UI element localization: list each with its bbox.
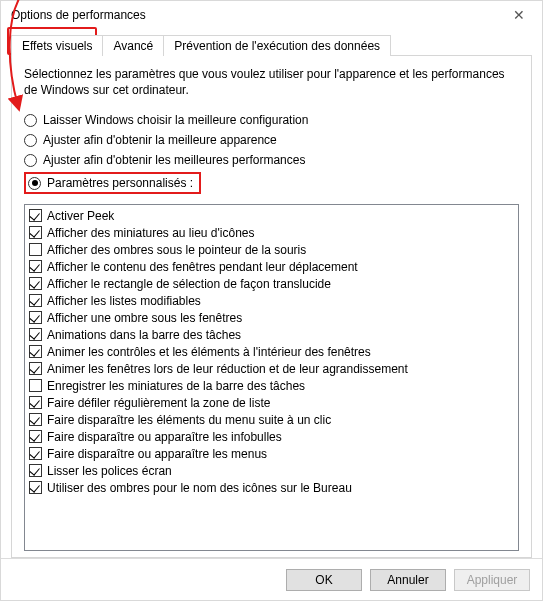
list-item[interactable]: Afficher le contenu des fenêtres pendant…	[29, 258, 514, 275]
checkbox-icon[interactable]	[29, 345, 42, 358]
checkbox-label: Activer Peek	[47, 209, 114, 223]
list-item[interactable]: Animer les fenêtres lors de leur réducti…	[29, 360, 514, 377]
checkbox-icon[interactable]	[29, 430, 42, 443]
checkbox-label: Utiliser des ombres pour le nom des icôn…	[47, 481, 352, 495]
tab-visual-effects[interactable]: Effets visuels	[11, 35, 103, 56]
radio-label: Ajuster afin d'obtenir la meilleure appa…	[43, 133, 277, 147]
list-item[interactable]: Enregistrer les miniatures de la barre d…	[29, 377, 514, 394]
checkbox-label: Afficher le rectangle de sélection de fa…	[47, 277, 331, 291]
radio-icon	[24, 134, 37, 147]
checkbox-icon[interactable]	[29, 413, 42, 426]
list-item[interactable]: Animer les contrôles et les éléments à l…	[29, 343, 514, 360]
close-icon[interactable]: ✕	[504, 7, 534, 23]
checkbox-label: Faire disparaître les éléments du menu s…	[47, 413, 331, 427]
list-item[interactable]: Faire disparaître les éléments du menu s…	[29, 411, 514, 428]
checkbox-label: Afficher les listes modifiables	[47, 294, 201, 308]
tab-label: Avancé	[113, 39, 153, 53]
checkbox-icon[interactable]	[29, 362, 42, 375]
list-item[interactable]: Lisser les polices écran	[29, 462, 514, 479]
radio-icon	[28, 177, 41, 190]
visual-effects-list[interactable]: Activer PeekAfficher des miniatures au l…	[24, 204, 519, 551]
radio-custom[interactable]: Paramètres personnalisés :	[28, 175, 193, 191]
checkbox-label: Afficher le contenu des fenêtres pendant…	[47, 260, 358, 274]
checkbox-label: Afficher une ombre sous les fenêtres	[47, 311, 242, 325]
checkbox-icon[interactable]	[29, 243, 42, 256]
checkbox-icon[interactable]	[29, 260, 42, 273]
list-item[interactable]: Faire disparaître ou apparaître les info…	[29, 428, 514, 445]
checkbox-label: Animer les contrôles et les éléments à l…	[47, 345, 371, 359]
checkbox-label: Faire disparaître ou apparaître les menu…	[47, 447, 267, 461]
checkbox-label: Lisser les polices écran	[47, 464, 172, 478]
checkbox-icon[interactable]	[29, 464, 42, 477]
content-area: Effets visuels Avancé Prévention de l'ex…	[1, 29, 542, 558]
tab-label: Prévention de l'exécution des données	[174, 39, 380, 53]
tab-advanced[interactable]: Avancé	[102, 35, 164, 56]
tab-panel-visual: Sélectionnez les paramètres que vous vou…	[11, 55, 532, 558]
radio-label: Laisser Windows choisir la meilleure con…	[43, 113, 308, 127]
annotation-radio-highlight: Paramètres personnalisés :	[24, 172, 201, 194]
list-item[interactable]: Faire disparaître ou apparaître les menu…	[29, 445, 514, 462]
checkbox-icon[interactable]	[29, 294, 42, 307]
list-item[interactable]: Animations dans la barre des tâches	[29, 326, 514, 343]
checkbox-label: Faire défiler régulièrement la zone de l…	[47, 396, 270, 410]
checkbox-label: Afficher des ombres sous le pointeur de …	[47, 243, 306, 257]
list-item[interactable]: Afficher les listes modifiables	[29, 292, 514, 309]
checkbox-icon[interactable]	[29, 447, 42, 460]
dialog-button-bar: OK Annuler Appliquer	[1, 558, 542, 600]
checkbox-icon[interactable]	[29, 379, 42, 392]
checkbox-label: Faire disparaître ou apparaître les info…	[47, 430, 282, 444]
checkbox-icon[interactable]	[29, 209, 42, 222]
radio-let-windows[interactable]: Laisser Windows choisir la meilleure con…	[24, 110, 519, 130]
radio-icon	[24, 154, 37, 167]
checkbox-icon[interactable]	[29, 311, 42, 324]
radio-label: Ajuster afin d'obtenir les meilleures pe…	[43, 153, 305, 167]
radio-group: Laisser Windows choisir la meilleure con…	[24, 110, 519, 194]
list-item[interactable]: Utiliser des ombres pour le nom des icôn…	[29, 479, 514, 496]
tab-label: Effets visuels	[22, 39, 92, 53]
button-label: Appliquer	[467, 573, 518, 587]
list-item[interactable]: Activer Peek	[29, 207, 514, 224]
window-title: Options de performances	[11, 8, 146, 22]
button-label: Annuler	[387, 573, 428, 587]
list-item[interactable]: Afficher le rectangle de sélection de fa…	[29, 275, 514, 292]
apply-button[interactable]: Appliquer	[454, 569, 530, 591]
checkbox-icon[interactable]	[29, 328, 42, 341]
ok-button[interactable]: OK	[286, 569, 362, 591]
radio-icon	[24, 114, 37, 127]
window-titlebar: Options de performances ✕	[1, 1, 542, 29]
checkbox-label: Animer les fenêtres lors de leur réducti…	[47, 362, 408, 376]
checkbox-label: Animations dans la barre des tâches	[47, 328, 241, 342]
list-item[interactable]: Afficher des ombres sous le pointeur de …	[29, 241, 514, 258]
button-label: OK	[315, 573, 332, 587]
checkbox-icon[interactable]	[29, 481, 42, 494]
list-item[interactable]: Faire défiler régulièrement la zone de l…	[29, 394, 514, 411]
checkbox-label: Afficher des miniatures au lieu d'icônes	[47, 226, 255, 240]
cancel-button[interactable]: Annuler	[370, 569, 446, 591]
checkbox-icon[interactable]	[29, 396, 42, 409]
checkbox-label: Enregistrer les miniatures de la barre d…	[47, 379, 305, 393]
tab-strip: Effets visuels Avancé Prévention de l'ex…	[11, 33, 532, 56]
radio-best-appearance[interactable]: Ajuster afin d'obtenir la meilleure appa…	[24, 130, 519, 150]
tab-dep[interactable]: Prévention de l'exécution des données	[163, 35, 391, 56]
list-item[interactable]: Afficher des miniatures au lieu d'icônes	[29, 224, 514, 241]
list-item[interactable]: Afficher une ombre sous les fenêtres	[29, 309, 514, 326]
checkbox-icon[interactable]	[29, 226, 42, 239]
radio-label: Paramètres personnalisés :	[47, 176, 193, 190]
intro-text: Sélectionnez les paramètres que vous vou…	[24, 66, 519, 98]
checkbox-icon[interactable]	[29, 277, 42, 290]
radio-best-performance[interactable]: Ajuster afin d'obtenir les meilleures pe…	[24, 150, 519, 170]
performance-options-window: Options de performances ✕ Effets visuels…	[0, 0, 543, 601]
